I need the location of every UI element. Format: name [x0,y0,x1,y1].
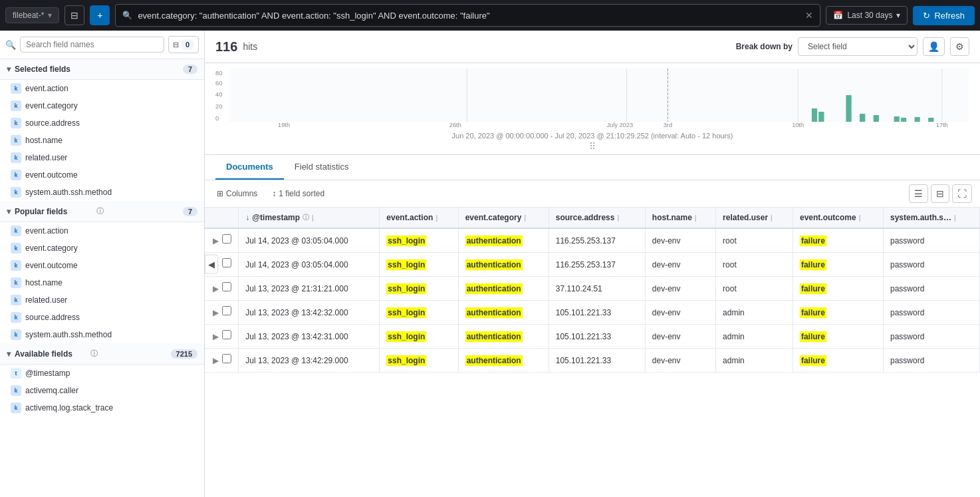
cell-timestamp: Jul 13, 2023 @ 13:42:31.000 [239,325,380,349]
expand-row-button[interactable]: ▶ [211,283,220,295]
event-outcome-value: failure [800,331,826,342]
col-header-event-outcome[interactable]: event.outcome | [793,208,883,228]
field-name-label: host.name [25,136,62,145]
list-item[interactable]: k source.address [0,309,204,326]
list-item[interactable]: k event.outcome [0,166,204,184]
tab-documents[interactable]: Documents [215,155,284,180]
popular-fields-count: 7 [183,207,197,216]
list-item[interactable]: k activemq.log.stack_trace [0,399,204,416]
cell-event-outcome: failure [793,325,883,349]
cell-host-name: dev-env [645,349,715,373]
list-item[interactable]: k system.auth.ssh.method [0,184,204,201]
cell-host-name: dev-env [645,253,715,277]
col-header-event-category[interactable]: event.category | [458,208,549,228]
field-name-label: event.action [25,226,68,236]
list-item[interactable]: k event.action [0,80,204,97]
sort-button[interactable]: ↕ 1 field sorted [268,187,328,200]
index-name: filebeat-* [13,11,44,20]
row-view-button[interactable]: ☰ [909,184,928,203]
row-checkbox[interactable] [222,306,231,315]
hits-count: 116 [215,39,237,55]
tab-field-statistics[interactable]: Field statistics [284,155,360,180]
row-checkbox[interactable] [222,234,231,244]
svg-rect-12 [818,112,824,122]
search-clear-icon[interactable]: ✕ [805,10,813,21]
columns-button[interactable]: ⊞ Columns [213,187,261,200]
field-select[interactable]: Select field [798,37,918,56]
svg-rect-14 [860,114,865,122]
list-item[interactable]: k source.address [0,114,204,132]
row-checkbox[interactable] [222,354,231,363]
cell-related-user: root [716,253,793,277]
user-icon-button[interactable]: 👤 [923,37,945,56]
expand-row-button[interactable]: ▶ [211,355,220,367]
sidebar-filter-button[interactable]: ⊟ 0 [168,36,199,53]
col-resize-handle[interactable]: | [524,214,526,222]
table-header-row: ↓ @timestamp ⓘ | event.action | event.ca… [205,208,980,228]
add-filter-button[interactable]: + [90,5,110,25]
col-resize-handle[interactable]: | [312,214,314,222]
col-header-system-auth[interactable]: system.auth.s… | [884,208,980,228]
chevron-down-icon: ▾ [896,11,900,20]
cell-event-outcome: failure [793,228,883,253]
expand-row-button[interactable]: ▶ [211,307,220,319]
list-item[interactable]: k host.name [0,132,204,149]
cell-system-auth: password [884,349,980,373]
full-screen-button[interactable]: ⛶ [952,184,972,203]
column-view-button[interactable]: ⊟ [931,184,949,203]
field-name-label: event.outcome [25,170,78,180]
expand-row-button[interactable]: ▶ [211,235,220,247]
col-resize-handle[interactable]: | [695,214,697,222]
field-name-label: source.address [25,313,80,322]
refresh-button[interactable]: ↻ Refresh [913,6,975,25]
selected-fields-header[interactable]: ▾ Selected fields 7 [0,59,204,80]
col-header-related-user[interactable]: related.user | [716,208,793,228]
col-resize-handle[interactable]: | [954,214,956,222]
available-fields-header[interactable]: ▾ Available fields ⓘ 7215 [0,343,204,365]
col-header-event-action[interactable]: event.action | [380,208,458,228]
cell-event-category: authentication [458,349,549,373]
row-checkbox[interactable] [222,282,231,291]
list-item[interactable]: k event.action [0,222,204,240]
table-wrapper: ↓ @timestamp ⓘ | event.action | event.ca… [205,208,980,497]
list-item[interactable]: k system.auth.ssh.method [0,326,204,343]
sidebar-search-input[interactable] [20,37,164,53]
settings-icon-button[interactable]: ⚙ [950,37,969,56]
drag-handle[interactable]: ⠿ [215,141,969,152]
list-item[interactable]: k host.name [0,274,204,291]
event-category-value: authentication [465,331,523,342]
col-resize-handle[interactable]: | [859,214,861,222]
row-checkbox[interactable] [222,330,231,339]
view-icons: ☰ ⊟ ⛶ [909,184,972,203]
cell-event-outcome: failure [793,253,883,277]
event-action-value: ssh_login [386,236,426,246]
field-type-badge: k [11,118,21,128]
list-item[interactable]: k event.category [0,240,204,257]
row-checkbox[interactable] [222,258,231,267]
cell-system-auth: password [884,301,980,325]
col-header-timestamp[interactable]: ↓ @timestamp ⓘ | [239,208,380,228]
list-item[interactable]: k event.category [0,97,204,114]
calendar-button[interactable]: 📅 Last 30 days ▾ [826,6,908,25]
filter-button[interactable]: ⊟ [64,5,84,25]
col-resize-handle[interactable]: | [771,214,773,222]
col-resize-handle[interactable]: | [435,214,437,222]
list-item[interactable]: k activemq.caller [0,382,204,399]
col-header-host-name[interactable]: host.name | [645,208,715,228]
event-category-value: authentication [465,236,523,246]
popular-fields-header[interactable]: ▾ Popular fields ⓘ 7 [0,201,204,222]
list-item[interactable]: k related.user [0,149,204,166]
col-resize-handle[interactable]: | [617,214,619,222]
svg-rect-13 [846,95,851,122]
sidebar-toggle-button[interactable]: ◀ [205,254,218,273]
list-item[interactable]: t @timestamp [0,365,204,382]
cell-source-address: 37.110.24.51 [549,277,645,301]
col-header-source-address[interactable]: source.address | [549,208,645,228]
expand-row-button[interactable]: ▶ [211,331,220,343]
index-selector[interactable]: filebeat-* ▾ [5,7,59,23]
field-type-badge: k [11,187,21,198]
search-input[interactable] [138,11,800,21]
list-item[interactable]: k event.outcome [0,257,204,274]
field-name-label: event.category [25,101,78,110]
list-item[interactable]: k related.user [0,291,204,309]
